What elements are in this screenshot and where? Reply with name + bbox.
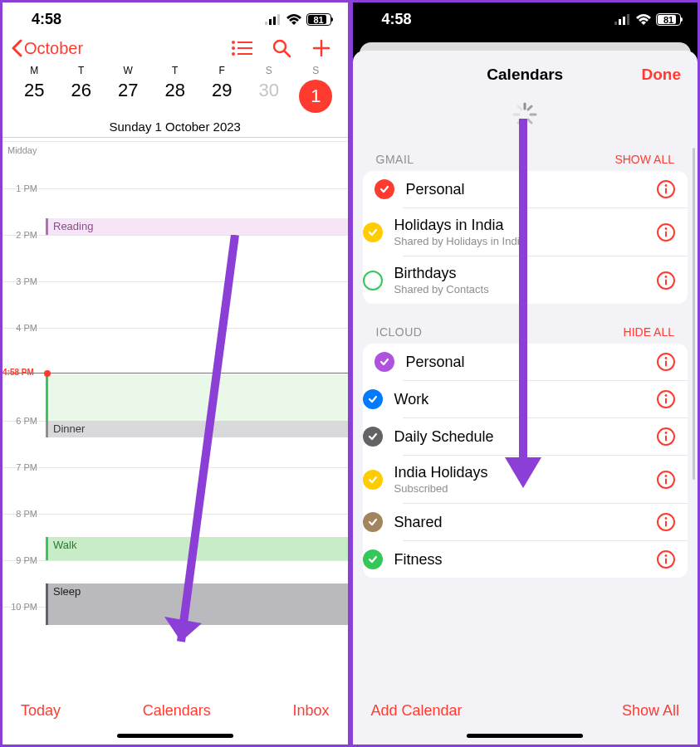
list-view-icon[interactable] (223, 40, 260, 56)
date-cell[interactable]: 26 (58, 80, 105, 113)
weekday-label: T (58, 65, 105, 76)
calendar-row[interactable]: Personal (363, 344, 688, 380)
event-dinner[interactable]: Dinner (46, 421, 348, 437)
calendar-name: Fitness (394, 551, 645, 569)
today-button[interactable]: Today (21, 702, 61, 720)
calendar-row[interactable]: Fitness (403, 540, 688, 578)
calendar-checkbox-icon[interactable] (374, 352, 394, 372)
add-calendar-button[interactable]: Add Calendar (371, 702, 463, 720)
calendar-checkbox-icon[interactable] (363, 222, 383, 242)
calendar-row[interactable]: Holidays in IndiaShared by Holidays in I… (403, 208, 688, 256)
calendar-name: Daily Schedule (394, 428, 645, 446)
calendars-list[interactable]: GMAIL SHOW ALL PersonalHolidays in India… (353, 148, 698, 691)
info-icon[interactable] (656, 352, 676, 372)
calendar-subtitle: Subscribed (394, 482, 645, 495)
calendar-day-view: 4:58 81 October M T (2, 2, 348, 745)
calendar-name: Holidays in India (394, 217, 645, 234)
calendar-checkbox-icon[interactable] (363, 549, 383, 569)
calendar-checkbox-icon[interactable] (363, 389, 383, 409)
show-all-button[interactable]: Show All (622, 702, 679, 720)
svg-point-38 (665, 357, 668, 359)
hide-all-button[interactable]: HIDE ALL (624, 325, 674, 339)
calendar-row[interactable]: Daily Schedule (403, 417, 688, 455)
svg-rect-0 (265, 22, 267, 25)
day-timeline[interactable]: Midday 1 PM 2 PM 3 PM 4 PM 6 PM 7 PM 8 P… (2, 141, 348, 639)
add-event-icon[interactable] (303, 38, 340, 58)
hour-label: 4 PM (2, 323, 42, 333)
svg-line-21 (528, 106, 531, 110)
info-icon[interactable] (656, 470, 676, 490)
info-icon[interactable] (656, 427, 676, 447)
date-cell[interactable]: 27 (105, 80, 152, 113)
date-cell[interactable]: 25 (11, 80, 58, 113)
calendar-name: Birthdays (394, 265, 645, 282)
calendar-checkbox-icon[interactable] (363, 427, 383, 447)
gmail-calendars: PersonalHolidays in IndiaShared by Holid… (363, 171, 688, 304)
svg-rect-30 (665, 188, 667, 194)
svg-point-41 (665, 394, 668, 397)
done-button[interactable]: Done (642, 66, 682, 84)
calendar-row[interactable]: Personal (363, 171, 688, 208)
weekday-label: T (152, 65, 199, 76)
search-icon[interactable] (263, 38, 300, 58)
hour-label: 10 PM (2, 602, 42, 612)
svg-rect-33 (665, 231, 667, 237)
event-sleep[interactable]: Sleep (46, 583, 348, 625)
wifi-icon (636, 14, 651, 25)
back-button[interactable]: October (11, 39, 83, 58)
calendar-checkbox-icon[interactable] (363, 470, 383, 490)
date-cell[interactable]: 29 (198, 80, 246, 113)
midday-label: Midday (7, 145, 37, 155)
show-all-button[interactable]: SHOW ALL (614, 153, 674, 166)
calendar-row[interactable]: BirthdaysShared by Contacts (403, 256, 688, 304)
svg-point-53 (665, 554, 668, 557)
loading-spinner-icon (512, 102, 537, 127)
svg-rect-45 (665, 436, 667, 442)
date-cell[interactable]: 28 (152, 80, 199, 113)
svg-rect-2 (273, 17, 276, 25)
calendars-button[interactable]: Calendars (143, 702, 211, 720)
back-label: October (24, 39, 83, 58)
info-icon[interactable] (656, 389, 676, 409)
event-reading[interactable]: Reading (46, 218, 348, 235)
calendar-checkbox-icon[interactable] (363, 512, 383, 532)
svg-rect-9 (237, 53, 252, 55)
event-walk[interactable]: Walk (46, 537, 348, 560)
calendar-row[interactable]: Shared (403, 503, 688, 540)
home-indicator[interactable] (467, 734, 583, 738)
info-icon[interactable] (656, 271, 676, 290)
event-block[interactable] (46, 374, 348, 421)
scrollbar[interactable] (693, 148, 695, 480)
svg-line-25 (518, 120, 521, 123)
svg-point-32 (665, 227, 668, 230)
svg-rect-18 (623, 17, 625, 25)
svg-rect-7 (237, 47, 252, 49)
calendar-checkbox-icon[interactable] (374, 179, 394, 199)
info-icon[interactable] (656, 512, 676, 532)
info-icon[interactable] (656, 179, 676, 199)
svg-line-27 (518, 106, 521, 110)
status-bar: 4:58 81 (2, 2, 348, 33)
calendars-sheet-screen: 4:58 81 Calendars Done (353, 2, 698, 745)
info-icon[interactable] (656, 549, 676, 569)
calendar-name: India Holidays (394, 464, 645, 481)
svg-rect-36 (665, 279, 667, 285)
info-icon[interactable] (656, 222, 676, 242)
hour-label: 9 PM (2, 555, 42, 565)
svg-point-35 (665, 276, 668, 278)
date-cell[interactable]: 30 (246, 80, 293, 113)
calendar-row[interactable]: Work (403, 380, 688, 417)
svg-point-47 (665, 475, 668, 477)
calendar-name: Work (394, 391, 645, 408)
weekday-label: S (246, 65, 293, 76)
wifi-icon (286, 14, 301, 25)
calendar-checkbox-icon[interactable] (363, 271, 383, 290)
inbox-button[interactable]: Inbox (292, 702, 329, 720)
home-indicator[interactable] (117, 734, 233, 738)
date-cell-selected[interactable]: 1 (292, 80, 340, 113)
weekday-header: M T W T F S S (2, 63, 348, 76)
svg-rect-48 (665, 478, 667, 484)
calendar-row[interactable]: India HolidaysSubscribed (403, 455, 688, 503)
hour-label: 6 PM (2, 416, 42, 426)
calendar-name: Personal (406, 181, 645, 198)
